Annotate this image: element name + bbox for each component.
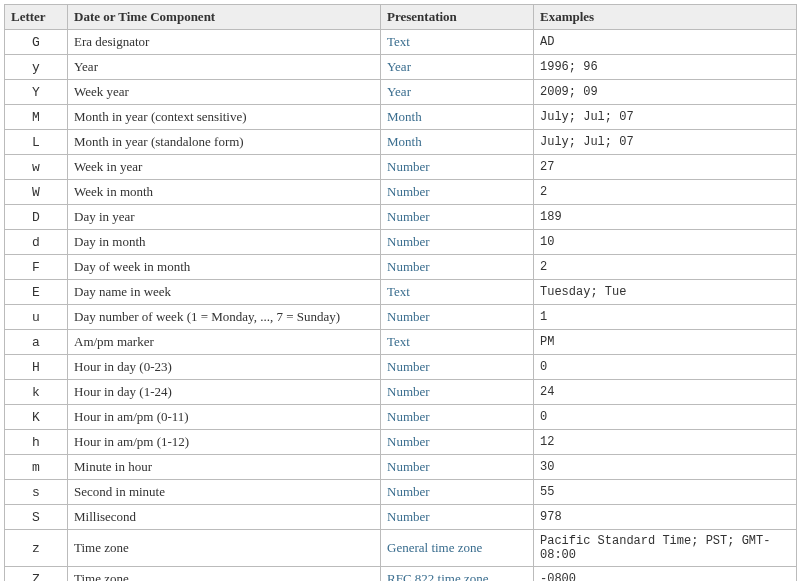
cell-component: Millisecond (68, 505, 381, 530)
cell-presentation: Number (381, 305, 534, 330)
cell-component: Hour in am/pm (0-11) (68, 405, 381, 430)
cell-examples: AD (534, 30, 797, 55)
table-row: dDay in monthNumber10 (5, 230, 797, 255)
presentation-link[interactable]: Text (387, 284, 410, 299)
cell-presentation: Number (381, 230, 534, 255)
header-examples: Examples (534, 5, 797, 30)
cell-component: Day in year (68, 205, 381, 230)
cell-component: Week in year (68, 155, 381, 180)
presentation-link[interactable]: General time zone (387, 540, 482, 555)
cell-letter: y (5, 55, 68, 80)
cell-examples: PM (534, 330, 797, 355)
cell-examples: 2 (534, 180, 797, 205)
cell-component: Time zone (68, 530, 381, 567)
presentation-link[interactable]: Month (387, 109, 422, 124)
cell-letter: D (5, 205, 68, 230)
presentation-link[interactable]: Year (387, 59, 411, 74)
cell-presentation: Number (381, 430, 534, 455)
presentation-link[interactable]: Number (387, 434, 430, 449)
presentation-link[interactable]: Number (387, 234, 430, 249)
presentation-link[interactable]: Month (387, 134, 422, 149)
cell-component: Hour in day (1-24) (68, 380, 381, 405)
cell-component: Hour in am/pm (1-12) (68, 430, 381, 455)
presentation-link[interactable]: Number (387, 309, 430, 324)
presentation-link[interactable]: Number (387, 484, 430, 499)
cell-component: Month in year (standalone form) (68, 130, 381, 155)
cell-component: Day number of week (1 = Monday, ..., 7 =… (68, 305, 381, 330)
cell-examples: Pacific Standard Time; PST; GMT-08:00 (534, 530, 797, 567)
cell-examples: 1996; 96 (534, 55, 797, 80)
table-row: wWeek in yearNumber27 (5, 155, 797, 180)
table-row: uDay number of week (1 = Monday, ..., 7 … (5, 305, 797, 330)
presentation-link[interactable]: Text (387, 34, 410, 49)
cell-component: Minute in hour (68, 455, 381, 480)
cell-presentation: Number (381, 180, 534, 205)
cell-presentation: RFC 822 time zone (381, 567, 534, 582)
table-row: sSecond in minuteNumber55 (5, 480, 797, 505)
cell-examples: July; Jul; 07 (534, 130, 797, 155)
header-letter: Letter (5, 5, 68, 30)
cell-letter: d (5, 230, 68, 255)
cell-presentation: Number (381, 355, 534, 380)
presentation-link[interactable]: Number (387, 209, 430, 224)
presentation-link[interactable]: Text (387, 334, 410, 349)
table-row: SMillisecondNumber978 (5, 505, 797, 530)
cell-presentation: Number (381, 480, 534, 505)
table-row: YWeek yearYear2009; 09 (5, 80, 797, 105)
cell-presentation: Number (381, 455, 534, 480)
cell-letter: Y (5, 80, 68, 105)
cell-letter: h (5, 430, 68, 455)
presentation-link[interactable]: Number (387, 184, 430, 199)
table-row: LMonth in year (standalone form)MonthJul… (5, 130, 797, 155)
table-row: mMinute in hourNumber30 (5, 455, 797, 480)
table-row: KHour in am/pm (0-11)Number0 (5, 405, 797, 430)
cell-examples: 0 (534, 355, 797, 380)
table-row: aAm/pm markerTextPM (5, 330, 797, 355)
presentation-link[interactable]: Number (387, 409, 430, 424)
cell-letter: Z (5, 567, 68, 582)
cell-presentation: Year (381, 80, 534, 105)
cell-letter: M (5, 105, 68, 130)
presentation-link[interactable]: Number (387, 159, 430, 174)
cell-component: Day in month (68, 230, 381, 255)
cell-letter: u (5, 305, 68, 330)
table-row: FDay of week in monthNumber2 (5, 255, 797, 280)
presentation-link[interactable]: Number (387, 359, 430, 374)
date-format-table: Letter Date or Time Component Presentati… (4, 4, 797, 581)
presentation-link[interactable]: Number (387, 259, 430, 274)
cell-component: Am/pm marker (68, 330, 381, 355)
cell-letter: k (5, 380, 68, 405)
header-component: Date or Time Component (68, 5, 381, 30)
table-row: yYearYear1996; 96 (5, 55, 797, 80)
cell-presentation: Number (381, 505, 534, 530)
cell-presentation: Text (381, 30, 534, 55)
presentation-link[interactable]: Number (387, 509, 430, 524)
cell-examples: 189 (534, 205, 797, 230)
table-row: DDay in yearNumber189 (5, 205, 797, 230)
cell-examples: 1 (534, 305, 797, 330)
cell-examples: 10 (534, 230, 797, 255)
cell-letter: z (5, 530, 68, 567)
cell-component: Hour in day (0-23) (68, 355, 381, 380)
cell-presentation: Year (381, 55, 534, 80)
cell-presentation: Number (381, 380, 534, 405)
cell-examples: 12 (534, 430, 797, 455)
presentation-link[interactable]: Number (387, 384, 430, 399)
cell-presentation: Month (381, 130, 534, 155)
cell-letter: L (5, 130, 68, 155)
presentation-link[interactable]: Number (387, 459, 430, 474)
table-row: MMonth in year (context sensitive)MonthJ… (5, 105, 797, 130)
cell-presentation: Number (381, 155, 534, 180)
cell-component: Year (68, 55, 381, 80)
presentation-link[interactable]: RFC 822 time zone (387, 571, 488, 581)
presentation-link[interactable]: Year (387, 84, 411, 99)
cell-examples: 55 (534, 480, 797, 505)
cell-component: Month in year (context sensitive) (68, 105, 381, 130)
cell-component: Second in minute (68, 480, 381, 505)
cell-component: Week year (68, 80, 381, 105)
cell-letter: m (5, 455, 68, 480)
cell-examples: 978 (534, 505, 797, 530)
table-row: GEra designatorTextAD (5, 30, 797, 55)
cell-letter: G (5, 30, 68, 55)
cell-component: Time zone (68, 567, 381, 582)
